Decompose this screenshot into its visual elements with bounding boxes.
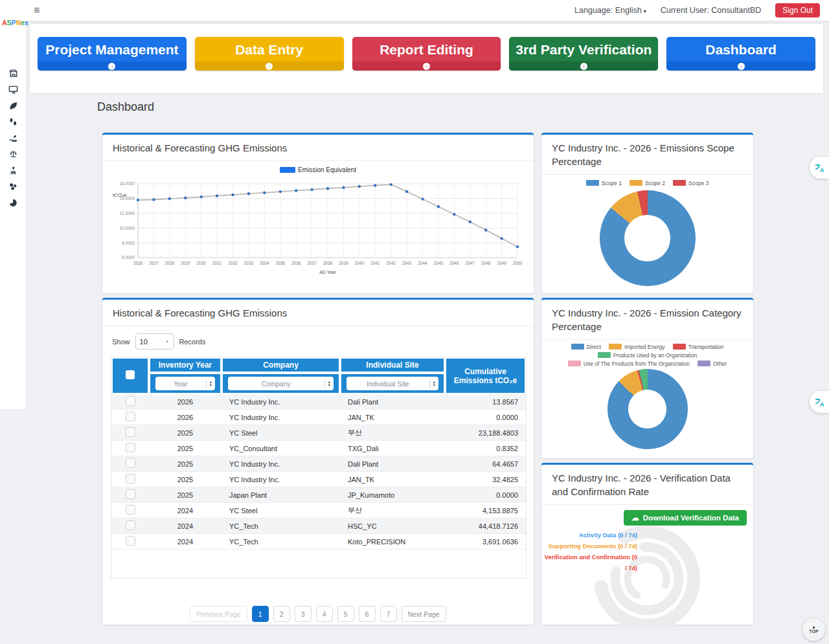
row-checkbox[interactable]: [126, 412, 135, 421]
inventory-year-cell: 2025: [149, 441, 221, 456]
nav-button-3rd-party-verification[interactable]: 3rd Party Verification↓: [509, 37, 658, 71]
page-button-4[interactable]: 4: [316, 606, 333, 622]
hamburger-menu-icon[interactable]: ≡: [34, 5, 40, 16]
nav-button-data-entry[interactable]: Data Entry↓: [195, 37, 344, 71]
individual-site-cell: HSC_YC: [340, 518, 445, 534]
row-checkbox[interactable]: [126, 520, 135, 530]
svg-text:2044: 2044: [418, 261, 427, 265]
row-checkbox[interactable]: [126, 474, 135, 483]
legend-label: Emission Equivalent: [298, 166, 356, 173]
chevron-down-icon: ▼: [166, 340, 170, 344]
individual-site-cell: JP_Kumamoto: [340, 487, 445, 503]
company-cell: YC Industry Inc.: [221, 394, 340, 410]
scroll-to-top-button[interactable]: ▲ TOP: [802, 618, 825, 641]
download-verification-data-button[interactable]: ☁Download Verification Data: [624, 510, 747, 526]
company-filter-cell: Company▲▼: [221, 373, 340, 394]
page-button-1[interactable]: 1: [252, 606, 269, 622]
col-header-cumulative-emissions[interactable]: Cumulative Emissions tCO₂e: [445, 357, 526, 394]
nav-button-label: Data Entry: [195, 37, 344, 61]
aspnex-logo[interactable]: ASPNex: [2, 19, 27, 27]
building-icon[interactable]: [8, 69, 18, 78]
table-header: Inventory Year Company Individual Site C…: [111, 357, 526, 394]
row-checkbox-cell: [111, 441, 149, 456]
site-filter-select[interactable]: Individual Site▲▼: [346, 377, 438, 390]
page-button-2[interactable]: 2: [273, 606, 290, 622]
page-button-3[interactable]: 3: [295, 606, 312, 622]
sort-icon[interactable]: ▲▼: [206, 379, 215, 388]
svg-text:2041: 2041: [370, 261, 380, 265]
sort-icon[interactable]: ▲▼: [429, 379, 438, 388]
sign-out-button[interactable]: Sign Out: [775, 3, 820, 17]
svg-text:2034: 2034: [260, 261, 269, 265]
year-filter-select[interactable]: Year▲▼: [155, 377, 215, 390]
svg-text:2032: 2032: [228, 261, 238, 265]
svg-text:2047: 2047: [466, 261, 475, 265]
row-checkbox[interactable]: [126, 443, 135, 452]
legend-label: Imported Energy: [624, 344, 665, 350]
company-cell: YC Industry Inc.: [221, 472, 340, 487]
logo-letter: x: [25, 19, 28, 27]
cumulative-emissions-cell: 23,188.4803: [445, 425, 526, 441]
language-dropdown[interactable]: Language: English▾: [574, 6, 646, 15]
logo-letter: A: [2, 19, 7, 27]
coins-icon[interactable]: [8, 182, 18, 192]
nav-button-footer: ↓: [195, 61, 344, 71]
arrow-down-circle-icon: ↓: [738, 63, 745, 70]
nav-button-label: 3rd Party Verification: [509, 37, 658, 61]
translate-button[interactable]: A: [810, 391, 829, 413]
nav-button-project-management[interactable]: Project Management↓: [38, 37, 187, 71]
row-checkbox[interactable]: [126, 489, 135, 499]
emission-category-card: YC Industry Inc. - 2026 - Emission Categ…: [541, 298, 754, 459]
select-all-checkbox[interactable]: [126, 370, 135, 379]
translate-button[interactable]: A: [810, 157, 829, 179]
row-checkbox[interactable]: [126, 427, 135, 437]
leaf-icon[interactable]: [8, 101, 18, 111]
svg-text:2028: 2028: [165, 261, 175, 265]
page-button-6[interactable]: 6: [359, 606, 376, 622]
col-header-company[interactable]: Company: [221, 357, 340, 373]
legend-label: Scope 1: [602, 180, 622, 186]
module-nav-band: Project Management↓Data Entry↓Report Edi…: [29, 23, 824, 94]
row-checkbox-cell: [111, 425, 149, 441]
table-body: 2026YC Industry Inc.Dali Plant13.8567202…: [111, 394, 526, 550]
stamp-icon[interactable]: [8, 166, 18, 175]
table-empty-space: [111, 550, 526, 578]
footprints-icon[interactable]: [8, 117, 18, 127]
row-checkbox[interactable]: [126, 536, 135, 546]
svg-text:2040: 2040: [355, 261, 365, 265]
row-checkbox-cell: [111, 456, 149, 472]
sidebar-icons: [0, 21, 26, 208]
col-header-individual-site[interactable]: Individual Site: [340, 357, 445, 373]
svg-text:2042: 2042: [387, 261, 396, 265]
row-checkbox[interactable]: [126, 396, 135, 406]
legend-swatch: [698, 361, 710, 366]
supporting-documents-progress-label: Supporting Documents (0 / 74): [541, 540, 637, 551]
inventory-year-cell: 2025: [149, 425, 221, 441]
scale-icon[interactable]: [8, 150, 18, 159]
page-button-7[interactable]: 7: [380, 606, 397, 622]
row-checkbox[interactable]: [126, 458, 135, 468]
svg-text:A: A: [820, 401, 824, 407]
nav-button-dashboard[interactable]: Dashboard↓: [666, 37, 815, 71]
sort-icon[interactable]: ▲▼: [324, 379, 334, 388]
previous-page-button[interactable]: Previous Page: [190, 606, 247, 622]
table-row: 2026YC Industry Inc.Dali Plant13.8567: [111, 394, 526, 410]
col-header-inventory-year[interactable]: Inventory Year: [149, 357, 221, 373]
arrow-down-circle-icon: ↓: [108, 63, 115, 70]
row-checkbox[interactable]: [126, 505, 135, 515]
site-filter-cell: Individual Site▲▼: [340, 373, 445, 394]
svg-text:8.0000: 8.0000: [122, 241, 135, 245]
logo-letter: P: [12, 19, 16, 27]
row-checkbox-cell: [111, 410, 149, 425]
card-title: Historical & Forecasting GHG Emissions: [102, 135, 534, 161]
page-button-5[interactable]: 5: [337, 606, 354, 622]
verification-rate-card: YC Industry Inc. - 2026 - Verification D…: [541, 463, 754, 625]
pie-chart-icon[interactable]: [8, 198, 18, 208]
next-page-button[interactable]: Next Page: [402, 606, 446, 622]
company-filter-select[interactable]: Company▲▼: [228, 377, 334, 390]
nav-button-report-editing[interactable]: Report Editing↓: [352, 37, 501, 71]
cumulative-emissions-cell: 32.4825: [445, 472, 526, 487]
hand-holding-plant-icon[interactable]: [8, 133, 18, 143]
monitor-icon[interactable]: [8, 85, 18, 94]
page-size-select[interactable]: 10▼: [135, 333, 174, 350]
